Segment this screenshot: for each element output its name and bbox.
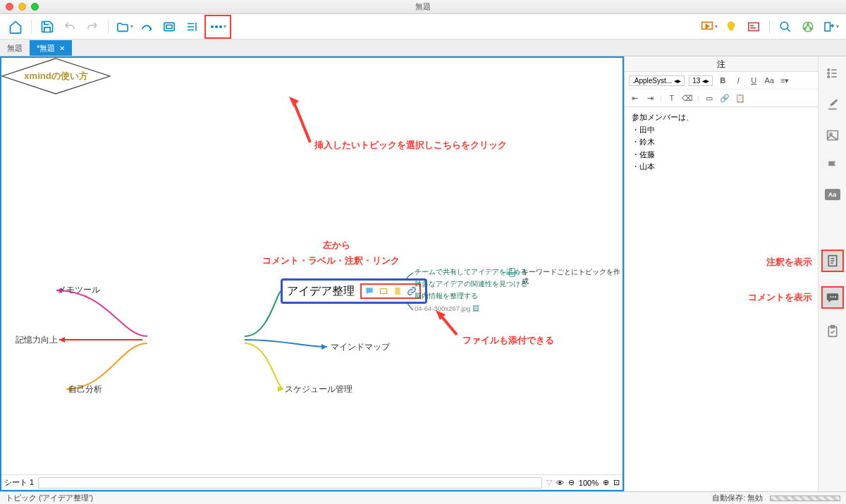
arrow-icon bbox=[289, 97, 317, 146]
boundary-icon[interactable] bbox=[159, 17, 179, 37]
relationship-icon[interactable] bbox=[137, 17, 157, 37]
image-insert-icon[interactable]: ▭ bbox=[704, 92, 715, 104]
side-panel-switcher: Aa bbox=[818, 56, 846, 491]
save-icon[interactable] bbox=[37, 17, 57, 37]
folder-icon[interactable]: ▾ bbox=[114, 17, 134, 37]
zoom-level: 100% bbox=[579, 479, 599, 487]
export-icon[interactable]: ▾ bbox=[821, 17, 840, 37]
textcolor-button[interactable]: Aa bbox=[764, 75, 775, 86]
sheet-tab[interactable]: シート 1 bbox=[4, 477, 34, 488]
comments-panel-icon[interactable] bbox=[821, 286, 844, 309]
annotation-leftfrom: 左から bbox=[323, 239, 350, 252]
svg-rect-6 bbox=[749, 23, 759, 30]
more-icon[interactable]: ▾ bbox=[208, 17, 228, 37]
branch-memo[interactable]: メモツール bbox=[58, 284, 100, 296]
annotation-attach: ファイルも添付できる bbox=[462, 334, 554, 347]
home-icon[interactable] bbox=[6, 17, 25, 37]
zoom-window[interactable] bbox=[31, 3, 39, 11]
central-topic-label: xmindの使い方 bbox=[1, 58, 111, 94]
status-autosave: 自動保存: 無効 bbox=[712, 493, 763, 503]
svg-point-29 bbox=[835, 296, 836, 297]
branch-mindmap[interactable]: マインドマップ bbox=[331, 341, 390, 353]
svg-rect-18 bbox=[380, 289, 386, 294]
task-panel-icon[interactable] bbox=[824, 323, 841, 340]
central-topic[interactable]: xmindの使い方 bbox=[1, 58, 111, 93]
link-insert-icon[interactable]: 🔗 bbox=[719, 92, 730, 104]
document-tabbar: 無題 *無題 ✕ bbox=[0, 39, 846, 56]
sheet-bar: シート 1 ▽ 👁 ⊖ 100% ⊕ ⊡ bbox=[1, 474, 623, 490]
format-panel-icon[interactable] bbox=[824, 96, 841, 113]
svg-marker-13 bbox=[59, 337, 65, 343]
branch-memory[interactable]: 記憶力向上 bbox=[16, 334, 58, 346]
fit-icon[interactable]: ⊡ bbox=[613, 478, 620, 487]
font-select[interactable]: .AppleSyst...◂▸ bbox=[629, 75, 685, 86]
tab-label: *無題 bbox=[37, 43, 55, 54]
outline-panel-icon[interactable] bbox=[824, 65, 841, 82]
subtopic-c[interactable]: 脳内情報を整理する bbox=[415, 292, 478, 301]
visibility-icon[interactable]: 👁 bbox=[556, 479, 564, 487]
svg-point-23 bbox=[828, 76, 829, 78]
svg-rect-0 bbox=[164, 23, 174, 30]
svg-point-7 bbox=[780, 22, 788, 30]
notes-panel-icon[interactable] bbox=[821, 250, 844, 272]
image-panel-icon[interactable] bbox=[824, 127, 841, 144]
arrow-icon bbox=[436, 310, 464, 338]
fontsize-select[interactable]: 13◂▸ bbox=[689, 75, 713, 86]
floating-topic-keyword[interactable]: キーワードごとにトピックを作成 bbox=[522, 268, 623, 286]
svg-rect-1 bbox=[166, 25, 172, 28]
label-icon[interactable] bbox=[379, 286, 388, 296]
presentation-icon[interactable]: ▾ bbox=[699, 17, 718, 37]
close-window[interactable] bbox=[6, 3, 13, 11]
svg-point-21 bbox=[828, 69, 829, 70]
filter-icon[interactable]: ▽ bbox=[546, 478, 552, 487]
window-titlebar: 無題 bbox=[0, 0, 846, 14]
mindmap-canvas[interactable]: xmindの使い方 メモツール 記憶力向上 自己分析 マインドマップ スケジュー… bbox=[0, 56, 624, 491]
share-icon[interactable] bbox=[798, 17, 818, 37]
annotation-iconslist: コメント・ラベル・注釈・リンク bbox=[262, 254, 400, 267]
brainstorm-icon[interactable] bbox=[721, 17, 741, 37]
svg-point-2 bbox=[211, 25, 214, 28]
link-chip-icon: - bbox=[509, 268, 515, 277]
marker-panel-icon[interactable] bbox=[824, 158, 841, 175]
branch-self[interactable]: 自己分析 bbox=[68, 383, 102, 395]
zoom-in-icon[interactable]: ⊕ bbox=[603, 478, 609, 487]
search-icon[interactable] bbox=[776, 17, 795, 37]
zoom-out-icon[interactable]: ⊖ bbox=[568, 478, 575, 487]
indent-right-icon[interactable]: ⇥ bbox=[644, 92, 656, 104]
theme-panel-icon[interactable]: Aa bbox=[825, 189, 840, 200]
gantt-icon[interactable] bbox=[744, 17, 764, 37]
redo-icon[interactable] bbox=[82, 17, 102, 37]
comment-icon[interactable] bbox=[364, 286, 374, 296]
svg-point-3 bbox=[215, 25, 218, 28]
sheet-search-input[interactable] bbox=[38, 477, 542, 488]
notes-format-toolbar: .AppleSyst...◂▸ 13◂▸ B I U Aa ≡▾ bbox=[625, 72, 818, 90]
svg-point-27 bbox=[830, 296, 831, 297]
tab-untitled-2-active[interactable]: *無題 ✕ bbox=[30, 40, 72, 56]
strike-icon[interactable]: T bbox=[666, 92, 678, 104]
window-title: 無題 bbox=[415, 1, 431, 12]
branch-idea-label: アイデア整理 bbox=[287, 284, 355, 299]
annotation-show-comments: コメントを表示 bbox=[748, 291, 812, 304]
clear-icon[interactable]: ⌫ bbox=[682, 92, 693, 104]
underline-button[interactable]: U bbox=[748, 75, 759, 86]
status-progress bbox=[770, 496, 840, 501]
bold-button[interactable]: B bbox=[717, 75, 728, 86]
clipboard-icon[interactable]: 📋 bbox=[735, 92, 746, 104]
summary-icon[interactable] bbox=[182, 17, 202, 37]
notes-panel: 注 .AppleSyst...◂▸ 13◂▸ B I U Aa ≡▾ ⇤ ⇥ |… bbox=[624, 56, 818, 491]
tab-untitled-1[interactable]: 無題 bbox=[0, 40, 30, 56]
close-tab-icon[interactable]: ✕ bbox=[59, 44, 65, 52]
align-button[interactable]: ≡▾ bbox=[779, 75, 790, 86]
subtopic-b[interactable]: 雑多なアイデアの関連性を見つける bbox=[415, 280, 527, 289]
notes-icon[interactable] bbox=[393, 286, 403, 296]
svg-marker-19 bbox=[289, 97, 299, 106]
annotation-insert: 挿入したいトピックを選択しこちらをクリック bbox=[314, 139, 507, 152]
indent-left-icon[interactable]: ⇤ bbox=[629, 92, 640, 104]
italic-button[interactable]: I bbox=[732, 75, 744, 86]
branch-idea-selected[interactable]: アイデア整理 bbox=[281, 278, 427, 304]
undo-icon[interactable] bbox=[60, 17, 80, 37]
svg-marker-15 bbox=[321, 344, 327, 350]
branch-schedule[interactable]: スケジュール管理 bbox=[285, 383, 352, 395]
notes-panel-title: 注 bbox=[625, 56, 818, 72]
minimize-window[interactable] bbox=[18, 3, 26, 11]
